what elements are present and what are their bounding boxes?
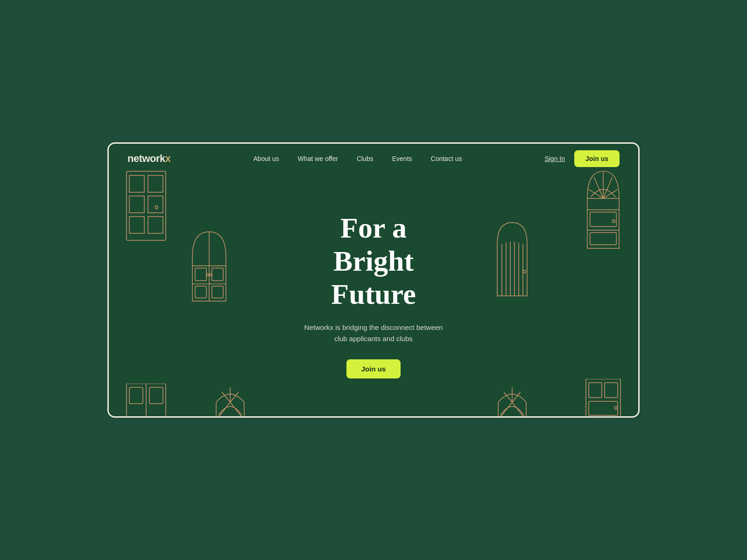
nav-link-offer[interactable]: What we offer — [298, 155, 338, 162]
nav-link-clubs[interactable]: Clubs — [357, 155, 374, 162]
nav-item-about[interactable]: About us — [254, 154, 279, 163]
svg-rect-5 — [129, 217, 144, 233]
nav-link-about[interactable]: About us — [254, 155, 279, 162]
svg-rect-12 — [212, 268, 223, 280]
svg-rect-2 — [148, 175, 163, 192]
svg-rect-0 — [127, 171, 166, 240]
svg-point-7 — [155, 206, 158, 209]
logo[interactable]: networkx — [127, 153, 171, 165]
svg-rect-3 — [129, 196, 144, 213]
svg-rect-42 — [590, 212, 616, 226]
svg-rect-45 — [586, 379, 620, 418]
nav-item-contact[interactable]: Contact us — [431, 154, 462, 163]
svg-point-44 — [612, 220, 615, 223]
svg-rect-19 — [129, 387, 143, 404]
logo-x: x — [165, 153, 171, 164]
door-illustration-1 — [123, 169, 169, 244]
svg-line-53 — [512, 392, 521, 402]
hero-title-line2: Bright — [333, 245, 414, 277]
door-illustration-7 — [582, 379, 624, 418]
door-illustration-4 — [211, 384, 249, 418]
browser-window: networkx About us What we offer Clubs Ev… — [107, 142, 640, 418]
svg-line-24 — [230, 392, 239, 402]
nav-item-clubs[interactable]: Clubs — [357, 154, 374, 163]
door-illustration-5 — [493, 220, 531, 300]
svg-line-22 — [222, 392, 230, 402]
svg-rect-20 — [149, 387, 163, 404]
hero-title-line1: For a — [340, 212, 407, 244]
nav-item-events[interactable]: Events — [392, 154, 412, 163]
join-us-nav-button[interactable]: Join us — [574, 150, 620, 167]
svg-rect-14 — [212, 286, 223, 298]
svg-rect-13 — [195, 286, 206, 298]
navbar: networkx About us What we offer Clubs Ev… — [109, 144, 638, 174]
svg-rect-6 — [148, 217, 163, 233]
svg-point-49 — [614, 406, 617, 409]
join-us-hero-button[interactable]: Join us — [346, 359, 401, 378]
hero-title-line3: Future — [331, 278, 416, 310]
door-illustration-6 — [582, 169, 624, 253]
svg-rect-11 — [195, 268, 206, 280]
svg-rect-1 — [129, 175, 144, 192]
door-illustration-8 — [493, 384, 531, 418]
nav-right: Sign In Join us — [544, 150, 620, 167]
svg-point-16 — [210, 274, 212, 276]
nav-link-contact[interactable]: Contact us — [431, 155, 462, 162]
svg-point-15 — [206, 274, 209, 276]
hero-title: For a Bright Future — [331, 211, 416, 311]
door-illustration-3 — [123, 384, 169, 418]
svg-line-51 — [504, 392, 512, 402]
hero-section: For a Bright Future Networkx is bridging… — [109, 174, 638, 416]
svg-rect-43 — [590, 232, 616, 245]
nav-item-offer[interactable]: What we offer — [298, 154, 338, 163]
svg-rect-47 — [605, 383, 618, 398]
svg-rect-46 — [589, 383, 602, 398]
nav-link-events[interactable]: Events — [392, 155, 412, 162]
sign-in-link[interactable]: Sign In — [544, 155, 565, 162]
svg-rect-48 — [589, 401, 618, 415]
nav-links: About us What we offer Clubs Events Cont… — [254, 154, 462, 163]
svg-rect-4 — [148, 196, 163, 213]
hero-subtitle: Networkx is bridging the disconnect betw… — [303, 322, 444, 344]
svg-point-32 — [523, 270, 526, 273]
door-illustration-2 — [188, 230, 230, 304]
